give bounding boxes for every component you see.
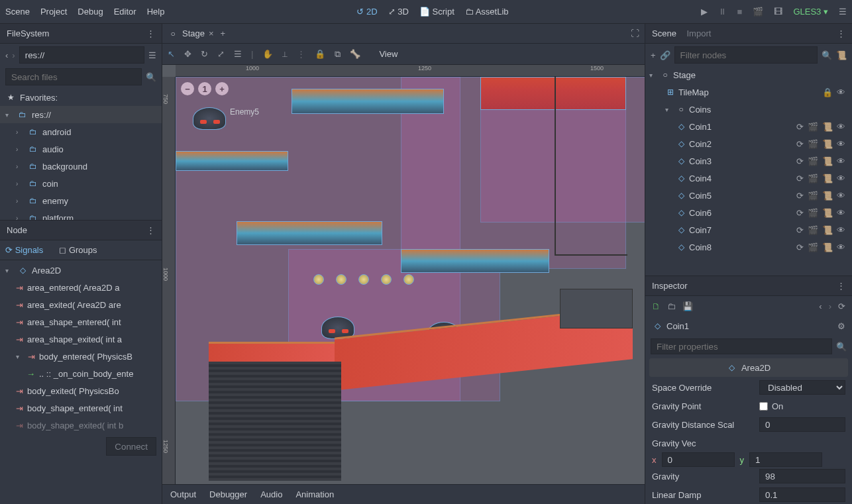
signal-item[interactable]: ⇥area_exited( Area2D are: [0, 296, 162, 313]
res-root[interactable]: ▾🗀res://: [0, 106, 162, 123]
instance-scene-icon[interactable]: 🎬: [808, 122, 818, 132]
nav-back-icon[interactable]: ‹: [5, 50, 8, 60]
gravity-point-checkbox[interactable]: [759, 402, 768, 411]
scene-node-coin[interactable]: ◇Coin1⟳🎬📜👁: [645, 118, 852, 135]
pan-tool-icon[interactable]: ✋: [262, 49, 273, 59]
filter-properties-input[interactable]: [651, 338, 832, 354]
add-tab-icon[interactable]: +: [221, 28, 226, 38]
split-mode-icon[interactable]: ☰: [148, 50, 156, 60]
attach-script-icon[interactable]: 📜: [836, 50, 847, 60]
groups-tab[interactable]: ◻ Groups: [59, 245, 97, 255]
visibility-icon[interactable]: 👁: [837, 122, 845, 132]
signal-item[interactable]: ⇥area_shape_exited( int a: [0, 330, 162, 348]
save-resource-icon[interactable]: 💾: [682, 301, 693, 311]
ruler-tool-icon[interactable]: ⟂: [282, 49, 288, 59]
coin-sprite[interactable]: [403, 274, 414, 285]
close-tab-icon[interactable]: ×: [209, 28, 214, 38]
history-back-icon[interactable]: ‹: [819, 301, 822, 311]
signal-item[interactable]: ⇥area_shape_entered( int: [0, 313, 162, 330]
scene-node-coin[interactable]: ◇Coin8⟳🎬📜👁: [645, 238, 852, 256]
filter-nodes-input[interactable]: [674, 46, 818, 64]
fs-folder[interactable]: ›🗀enemy: [0, 192, 162, 209]
fs-folder[interactable]: ›🗀platform: [0, 209, 162, 220]
menu-scene[interactable]: Scene: [5, 7, 30, 17]
history-menu-icon[interactable]: ⟳: [838, 301, 845, 311]
stop-icon[interactable]: ■: [737, 7, 743, 17]
scene-node-coin[interactable]: ◇Coin6⟳🎬📜👁: [645, 204, 852, 221]
scene-node-coin[interactable]: ◇Coin3⟳🎬📜👁: [645, 152, 852, 170]
list-tool-icon[interactable]: ☰: [234, 49, 242, 59]
viewport-canvas[interactable]: 1000 1250 1500 750 1000 1250 − 1 +: [162, 65, 645, 484]
audio-tab[interactable]: Audio: [260, 489, 282, 499]
gravity-dist-input[interactable]: [759, 417, 845, 432]
visibility-icon[interactable]: 👁: [837, 87, 845, 97]
fs-folder[interactable]: ›🗀coin: [0, 175, 162, 192]
dock-options-icon[interactable]: ⋮: [146, 225, 155, 235]
play-scene-icon[interactable]: 🎬: [753, 7, 763, 17]
rotate-tool-icon[interactable]: ↻: [201, 49, 208, 59]
dock-options-icon[interactable]: ⋮: [837, 281, 845, 291]
workspace-2d[interactable]: ↺ 2D: [356, 7, 377, 17]
group-icon[interactable]: ⧉: [335, 49, 341, 60]
play-custom-icon[interactable]: 🎞: [774, 7, 782, 17]
dock-options-icon[interactable]: ⋮: [837, 28, 845, 38]
nav-fwd-icon[interactable]: ›: [12, 50, 15, 60]
signal-connection[interactable]: →.. :: _on_coin_body_ente: [0, 365, 162, 382]
dock-options-icon[interactable]: ⋮: [146, 28, 155, 38]
coin-sprite[interactable]: [336, 274, 346, 285]
instance-icon[interactable]: 🔗: [660, 50, 670, 60]
new-resource-icon[interactable]: 🗋: [652, 301, 661, 311]
scene-dock-tab[interactable]: Scene: [652, 28, 676, 38]
menu-project[interactable]: Project: [40, 7, 67, 17]
coin-sprite[interactable]: [313, 274, 324, 285]
workspace-script[interactable]: 📄 Script: [419, 7, 454, 17]
import-dock-tab[interactable]: Import: [687, 28, 712, 38]
inspector-tab[interactable]: Inspector: [652, 281, 687, 291]
bone-icon[interactable]: 🦴: [350, 49, 360, 59]
scale-tool-icon[interactable]: ⤢: [217, 49, 225, 59]
node-tab[interactable]: Node: [7, 225, 27, 235]
gravity-vec-x-input[interactable]: [662, 452, 735, 467]
load-resource-icon[interactable]: 🗀: [667, 301, 676, 311]
fs-folder[interactable]: ›🗀background: [0, 158, 162, 175]
scene-node-coin[interactable]: ◇Coin5⟳🎬📜👁: [645, 187, 852, 204]
scene-node-coins[interactable]: ▾○Coins: [645, 101, 852, 118]
enemy-sprite[interactable]: [193, 107, 226, 130]
gravity-vec-y-input[interactable]: [749, 452, 822, 467]
search-icon[interactable]: 🔍: [836, 342, 847, 352]
signal-item[interactable]: ⇥body_shape_exited( int b: [0, 417, 162, 434]
workspace-3d[interactable]: ⤢ 3D: [388, 7, 409, 17]
signal-root[interactable]: ▾◇Area2D: [0, 262, 162, 279]
connect-button[interactable]: Connect: [106, 437, 156, 456]
history-fwd-icon[interactable]: ›: [829, 301, 831, 311]
renderer-label[interactable]: GLES3 ▾: [793, 7, 828, 17]
search-icon[interactable]: 🔍: [822, 50, 832, 60]
menu-editor[interactable]: Editor: [114, 7, 136, 17]
linear-damp-input[interactable]: [759, 487, 845, 502]
animation-tab[interactable]: Animation: [295, 489, 334, 499]
menu-help[interactable]: Help: [147, 7, 165, 17]
scene-node-coin[interactable]: ◇Coin4⟳🎬📜👁: [645, 170, 852, 187]
filesystem-tab[interactable]: FileSystem: [7, 28, 49, 38]
scene-node-root[interactable]: ▾○Stage: [645, 66, 852, 83]
select-tool-icon[interactable]: ↖: [168, 49, 175, 59]
signal-icon[interactable]: ⟳: [796, 122, 804, 132]
lock-icon[interactable]: 🔒: [315, 49, 325, 59]
properties-options-icon[interactable]: ⚙: [837, 321, 845, 331]
coin-sprite[interactable]: [381, 274, 392, 285]
move-tool-icon[interactable]: ✥: [184, 49, 191, 59]
play-icon[interactable]: ▶: [701, 7, 708, 17]
view-menu[interactable]: View: [379, 49, 398, 59]
scene-tab[interactable]: ○Stage ×: [168, 28, 214, 39]
add-node-icon[interactable]: +: [651, 50, 656, 60]
file-search-input[interactable]: [5, 68, 142, 85]
pause-icon[interactable]: ⏸: [718, 7, 727, 17]
fs-folder[interactable]: ›🗀audio: [0, 140, 162, 158]
signal-item[interactable]: ⇥area_entered( Area2D a: [0, 279, 162, 296]
search-icon[interactable]: 🔍: [146, 72, 156, 82]
script-icon[interactable]: 📜: [822, 122, 833, 132]
class-header[interactable]: ◇Area2D: [649, 358, 848, 377]
lock-icon[interactable]: 🔒: [822, 87, 833, 97]
scene-node-coin[interactable]: ◇Coin7⟳🎬📜👁: [645, 221, 852, 238]
coin-sprite[interactable]: [358, 274, 369, 285]
